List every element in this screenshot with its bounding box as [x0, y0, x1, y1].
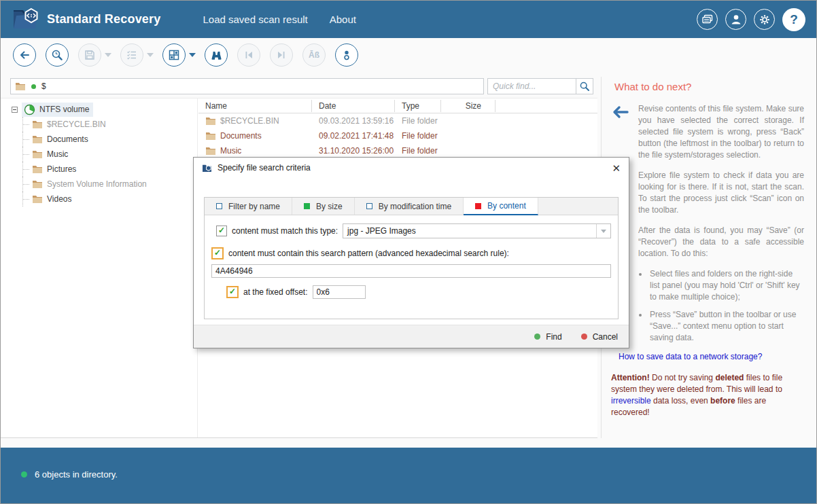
tree-item-recycle-bin[interactable]: $RECYCLE.BIN — [1, 117, 197, 132]
tab-by-size[interactable]: By size — [292, 198, 355, 215]
search-criteria-dialog: Specify file search criteria ✕ Filter by… — [193, 157, 629, 348]
table-row[interactable]: Music 31.10.2020 15:26:00 File folder — [198, 143, 597, 158]
path-text: $ — [41, 82, 46, 91]
help-paragraph: After the data is found, you may “Save” … — [638, 225, 804, 259]
column-header-size[interactable]: Size — [441, 100, 496, 112]
close-icon[interactable]: ✕ — [612, 163, 621, 173]
tree-connector — [18, 162, 32, 177]
messages-icon[interactable] — [697, 9, 718, 30]
app-window: Standard Recovery Load saved scan result… — [0, 0, 817, 504]
chevron-down-icon[interactable] — [596, 224, 610, 238]
column-header-date[interactable]: Date — [312, 100, 395, 112]
list-options-dropdown-icon[interactable] — [147, 53, 154, 57]
settings-gear-icon[interactable] — [754, 9, 775, 30]
folder-icon — [205, 146, 216, 156]
status-bar: 6 objects in directory. — [1, 448, 816, 503]
user-account-icon[interactable] — [725, 9, 746, 30]
table-row[interactable]: $RECYCLE.BIN 09.03.2021 13:59:16 File fo… — [198, 113, 597, 128]
tree-item-music[interactable]: Music — [1, 147, 197, 162]
next-button[interactable] — [270, 43, 293, 67]
irreversible-link[interactable]: irreversible — [611, 396, 651, 406]
tab-by-modification-time[interactable]: By modification time — [355, 198, 464, 215]
top-bar: Standard Recovery Load saved scan result… — [1, 1, 816, 38]
tree-item-documents[interactable]: Documents — [1, 132, 197, 147]
collapse-icon[interactable] — [12, 107, 18, 113]
menu-about[interactable]: About — [330, 14, 356, 25]
folder-icon — [32, 134, 43, 144]
back-hint-icon — [611, 103, 638, 161]
encoding-glyph: Āß — [309, 50, 319, 60]
tree-item-label: Videos — [47, 194, 71, 204]
status-dot-icon — [21, 471, 27, 478]
folder-icon — [32, 194, 43, 204]
help-icon[interactable]: ? — [782, 8, 805, 31]
content-type-label: content must match this type: — [232, 226, 338, 236]
file-type: File folder — [395, 131, 441, 141]
tree-connector — [18, 132, 32, 147]
help-panel-title: What to do next? — [614, 81, 804, 92]
tree-item-label: Documents — [47, 134, 88, 144]
tree-item-system-volume-information[interactable]: System Volume Information — [1, 177, 197, 192]
tree-item-ntfs-volume[interactable]: NTFS volume — [1, 102, 197, 117]
file-type: File folder — [395, 146, 441, 156]
back-button[interactable] — [13, 43, 36, 67]
tab-by-content[interactable]: By content — [464, 198, 538, 215]
tab-filter-by-name[interactable]: Filter by name — [205, 198, 292, 215]
quick-find-search-icon[interactable] — [576, 78, 593, 94]
find-dot-icon — [534, 334, 540, 340]
app-title: Standard Recovery — [47, 12, 160, 26]
tab-square-icon — [216, 203, 222, 209]
column-header-type[interactable]: Type — [395, 100, 441, 112]
save-button[interactable] — [78, 43, 101, 67]
content-type-checkbox[interactable] — [216, 226, 227, 236]
search-pattern-checkbox[interactable] — [211, 247, 224, 259]
dialog-app-icon — [202, 164, 212, 173]
column-header-name[interactable]: Name — [198, 100, 312, 112]
help-paragraph: Explore file system to check if data you… — [638, 170, 804, 216]
table-row[interactable]: Documents 09.02.2021 17:41:48 File folde… — [198, 128, 597, 143]
save-dropdown-icon[interactable] — [105, 53, 111, 57]
volume-pie-icon — [24, 104, 35, 115]
scan-button[interactable] — [46, 43, 69, 67]
file-type: File folder — [395, 116, 441, 126]
dialog-title-bar[interactable]: Specify file search criteria ✕ — [194, 158, 629, 178]
app-logo-icon — [12, 5, 41, 35]
tree-item-pictures[interactable]: Pictures — [1, 162, 197, 177]
quick-find-input[interactable] — [487, 78, 576, 94]
cancel-dot-icon — [581, 334, 587, 340]
tree-connector — [18, 177, 32, 192]
cancel-button-dialog[interactable]: Cancel — [581, 332, 618, 342]
menu-load-saved-scan[interactable]: Load saved scan result — [203, 14, 307, 25]
tree-item-label: Music — [47, 149, 68, 159]
view-mode-button[interactable] — [162, 43, 186, 67]
path-bar[interactable]: $ — [10, 78, 484, 94]
tab-square-icon — [475, 203, 481, 209]
dialog-tabs: Filter by name By size By modification t… — [205, 198, 618, 215]
search-pattern-input[interactable] — [211, 264, 611, 278]
file-date: 09.02.2021 17:41:48 — [312, 131, 395, 141]
previous-button[interactable] — [237, 43, 260, 67]
list-options-button[interactable] — [120, 43, 143, 67]
tree-item-label: Pictures — [47, 164, 76, 174]
dialog-footer: Find Cancel — [194, 325, 629, 348]
tab-square-icon — [366, 203, 372, 209]
find-button-dialog[interactable]: Find — [534, 332, 561, 342]
fixed-offset-input[interactable] — [313, 285, 366, 299]
tab-square-icon — [304, 203, 310, 209]
status-text: 6 objects in directory. — [35, 469, 118, 480]
toolbar: Āß — [13, 43, 368, 67]
help-bullet: Select files and folders on the right-si… — [648, 268, 804, 303]
fixed-offset-checkbox[interactable] — [226, 286, 239, 298]
file-date: 31.10.2020 15:26:00 — [312, 146, 395, 156]
content-type-dropdown[interactable]: jpg - JPEG Images — [343, 223, 611, 238]
details-button[interactable] — [335, 43, 358, 67]
file-date: 09.03.2021 13:59:16 — [312, 116, 395, 126]
encoding-button[interactable]: Āß — [302, 43, 326, 67]
tree-item-label: $RECYCLE.BIN — [47, 120, 106, 129]
tree-connector — [18, 192, 32, 206]
network-storage-help-link[interactable]: How to save data to a network storage? — [619, 352, 762, 361]
path-folder-icon — [15, 82, 26, 91]
view-mode-dropdown-icon[interactable] — [189, 53, 196, 57]
tree-item-videos[interactable]: Videos — [1, 192, 197, 206]
find-button[interactable] — [205, 43, 228, 67]
